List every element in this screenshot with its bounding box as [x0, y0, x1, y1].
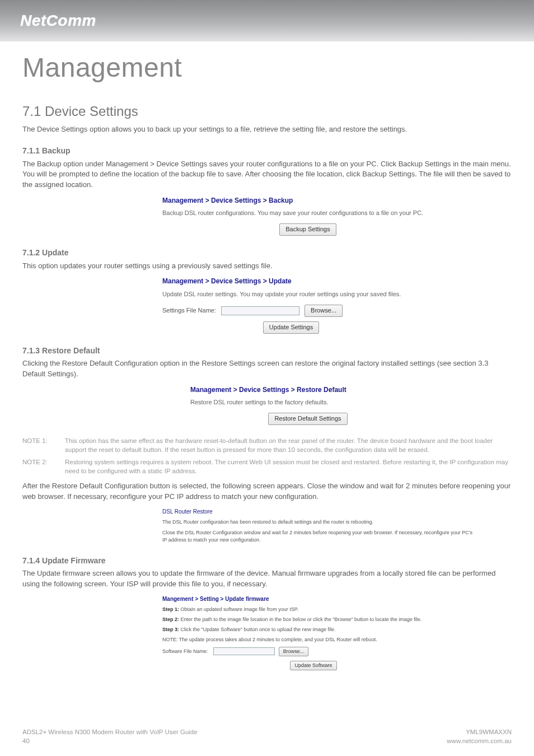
note-2-label: NOTE 2: [22, 458, 56, 475]
brand-logo: NetComm [20, 10, 96, 32]
step3-label: Step 3: [162, 627, 179, 632]
restore-shot-desc: Restore DSL router settings to the facto… [190, 398, 425, 407]
page-title: Management [22, 48, 512, 87]
firmware-note: NOTE: The update process takes about 2 m… [162, 636, 465, 643]
update-para: This option updates your router settings… [22, 261, 512, 272]
note-1: NOTE 1: This option has the same effect … [22, 436, 512, 454]
note-2-text: Restoring system settings requires a sys… [65, 458, 512, 475]
backup-shot-desc: Backup DSL router configurations. You ma… [162, 209, 453, 218]
content-area: Management 7.1 Device Settings The Devic… [22, 0, 512, 670]
software-file-input[interactable] [213, 647, 275, 655]
note-1-label: NOTE 1: [22, 436, 56, 454]
backup-settings-button[interactable]: Backup Settings [279, 223, 336, 236]
update-shot-head: Management > Device Settings > Update [162, 277, 420, 286]
reboot-shot-line2: Close the DSL Router Configuration windo… [162, 529, 476, 544]
software-file-label: Software File Name: [162, 648, 208, 654]
footer-left: ADSL2+ Wireless N300 Modem Router with V… [22, 727, 198, 746]
firmware-heading: 7.1.4 Update Firmware [22, 555, 512, 566]
restore-default-button[interactable]: Restore Default Settings [268, 413, 347, 425]
step1-label: Step 1: [162, 606, 179, 612]
header-band: NetComm [0, 0, 534, 41]
update-shot-desc: Update DSL router settings. You may upda… [162, 290, 420, 299]
section-title: 7.1 Device Settings [22, 102, 512, 122]
footer-url: www.netcomm.com.au [447, 736, 512, 746]
step2-label: Step 2: [162, 617, 179, 622]
firmware-para: The Update firmware screen allows you to… [22, 568, 512, 590]
restore-shot-head: Management > Device Settings > Restore D… [190, 385, 425, 395]
footer-page-number: 40 [22, 736, 198, 746]
firmware-shot-head: Mangement > Setting > Update firmware [162, 595, 465, 604]
update-screenshot: Management > Device Settings > Update Up… [162, 277, 420, 333]
page-footer: ADSL2+ Wireless N300 Modem Router with V… [22, 727, 512, 746]
firmware-screenshot: Mangement > Setting > Update firmware St… [162, 595, 465, 671]
restore-after-para: After the Restore Default Configuration … [22, 481, 512, 502]
backup-para: The Backup option under Management > Dev… [22, 159, 512, 191]
backup-screenshot: Management > Device Settings > Backup Ba… [162, 196, 453, 236]
restore-para: Clicking the Restore Default Configurati… [22, 358, 512, 380]
footer-guide-title: ADSL2+ Wireless N300 Modem Router with V… [22, 727, 198, 737]
browse-button[interactable]: Browse... [305, 305, 343, 317]
footer-model: YML9WMAXXN [447, 727, 512, 737]
update-heading: 7.1.2 Update [22, 247, 512, 258]
update-software-button[interactable]: Update Software [290, 661, 336, 670]
update-settings-button[interactable]: Update Settings [263, 321, 319, 334]
reboot-shot-head: DSL Router Restore [162, 508, 476, 516]
restore-reboot-screenshot: DSL Router Restore The DSL Router config… [162, 508, 476, 544]
firmware-browse-button[interactable]: Browse... [279, 647, 309, 656]
note-2: NOTE 2: Restoring system settings requir… [22, 458, 512, 475]
backup-heading: 7.1.1 Backup [22, 145, 512, 156]
step3-text: Click the "Update Software" button once … [181, 627, 336, 632]
step1-text: Obtain an updated software image file fr… [181, 606, 298, 612]
step2-text: Enter the path to the image file locatio… [181, 617, 422, 622]
restore-screenshot: Management > Device Settings > Restore D… [190, 385, 425, 425]
settings-file-label: Settings File Name: [162, 307, 216, 314]
settings-file-input[interactable] [221, 306, 299, 315]
restore-heading: 7.1.3 Restore Default [22, 345, 512, 356]
note-1-text: This option has the same effect as the h… [65, 436, 512, 454]
footer-right: YML9WMAXXN www.netcomm.com.au [447, 727, 512, 746]
backup-shot-head: Management > Device Settings > Backup [162, 196, 453, 206]
reboot-shot-line1: The DSL Router configuration has been re… [162, 519, 476, 526]
section-intro: The Device Settings option allows you to… [22, 124, 512, 135]
